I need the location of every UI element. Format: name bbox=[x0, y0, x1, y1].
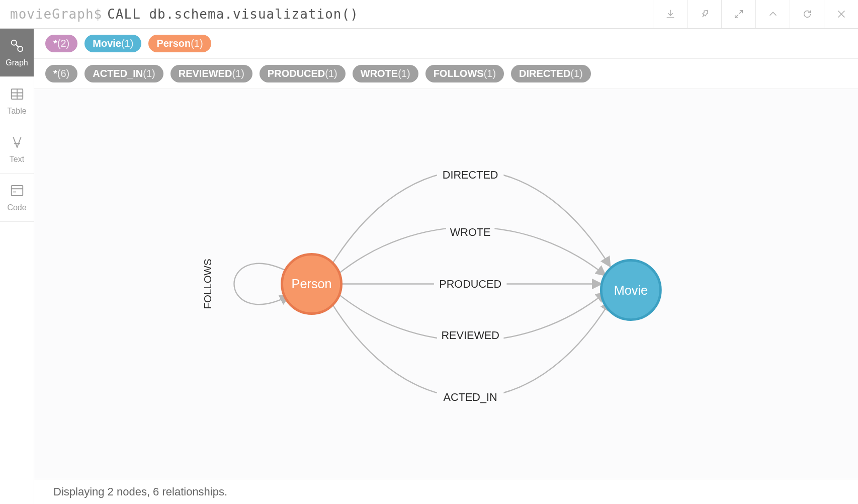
edge-label-acted-in: ACTED_IN bbox=[444, 391, 497, 403]
edge-label-reviewed: REVIEWED bbox=[441, 329, 499, 342]
expand-button[interactable] bbox=[721, 0, 755, 28]
node-person-label: Person bbox=[292, 277, 332, 291]
tab-table[interactable]: Table bbox=[0, 77, 34, 125]
rel-pill-directed[interactable]: DIRECTED(1) bbox=[511, 65, 591, 82]
pin-button[interactable] bbox=[687, 0, 721, 28]
edge-label-directed: DIRECTED bbox=[443, 169, 498, 181]
view-tabs: Graph Table Text Code bbox=[0, 29, 34, 504]
edge-label-produced: PRODUCED bbox=[439, 278, 501, 290]
query-bar: movieGraph$ CALL db.schema.visualization… bbox=[0, 0, 858, 29]
graph-canvas[interactable]: FOLLOWS DIRECTED WROTE PRODUCED REVIEWED bbox=[34, 89, 858, 479]
node-pill-person[interactable]: Person(1) bbox=[148, 35, 211, 52]
node-pill-all[interactable]: *(2) bbox=[45, 35, 77, 52]
edge-label-follows: FOLLOWS bbox=[202, 259, 213, 309]
tab-text[interactable]: Text bbox=[0, 125, 34, 174]
rerun-button[interactable] bbox=[790, 0, 824, 28]
tab-code[interactable]: Code bbox=[0, 174, 34, 222]
tab-label: Code bbox=[7, 203, 26, 212]
collapse-up-button[interactable] bbox=[755, 0, 790, 28]
node-movie-label: Movie bbox=[614, 283, 648, 297]
node-labels-row: *(2) Movie(1) Person(1) bbox=[34, 29, 858, 59]
status-bar: Displaying 2 nodes, 6 relationships. bbox=[34, 479, 858, 504]
download-button[interactable] bbox=[653, 0, 687, 28]
svg-rect-3 bbox=[11, 186, 23, 196]
rel-types-row: *(6) ACTED_IN(1) REVIEWED(1) PRODUCED(1)… bbox=[34, 59, 858, 89]
tab-label: Graph bbox=[6, 58, 28, 67]
prompt-label: movieGraph$ bbox=[0, 7, 102, 22]
status-text: Displaying 2 nodes, 6 relationships. bbox=[53, 485, 227, 498]
tab-label: Text bbox=[10, 155, 24, 164]
top-actions bbox=[653, 0, 858, 28]
tab-label: Table bbox=[7, 107, 26, 116]
edge-follows[interactable] bbox=[234, 264, 288, 304]
rel-pill-acted-in[interactable]: ACTED_IN(1) bbox=[84, 65, 163, 82]
tab-graph[interactable]: Graph bbox=[0, 29, 34, 77]
rel-pill-reviewed[interactable]: REVIEWED(1) bbox=[170, 65, 252, 82]
rel-pill-produced[interactable]: PRODUCED(1) bbox=[260, 65, 346, 82]
node-pill-movie[interactable]: Movie(1) bbox=[84, 35, 141, 52]
svg-point-0 bbox=[11, 40, 16, 45]
edge-label-wrote: WROTE bbox=[450, 226, 491, 238]
svg-point-1 bbox=[18, 46, 23, 51]
close-button[interactable] bbox=[824, 0, 858, 28]
rel-pill-wrote[interactable]: WROTE(1) bbox=[353, 65, 418, 82]
rel-pill-follows[interactable]: FOLLOWS(1) bbox=[425, 65, 504, 82]
query-text: CALL db.schema.visualization() bbox=[102, 7, 359, 22]
rel-pill-all[interactable]: *(6) bbox=[45, 65, 77, 82]
